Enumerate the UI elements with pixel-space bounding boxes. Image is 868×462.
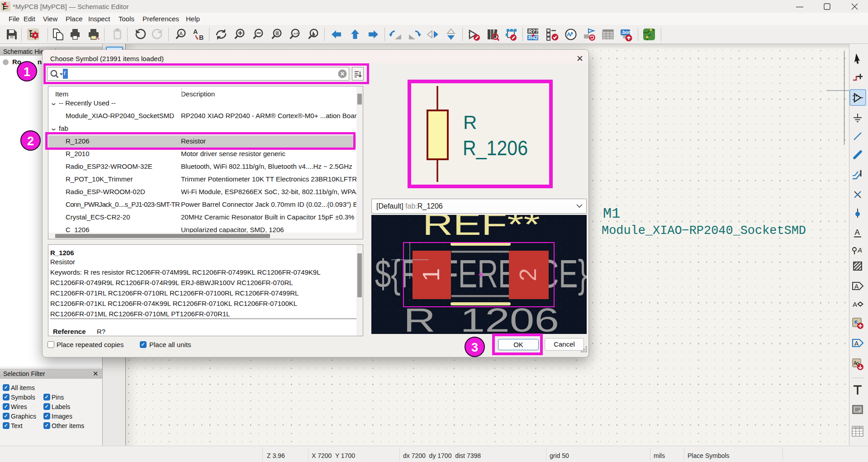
svg-text:A: A xyxy=(854,340,859,347)
svg-text:REF**: REF** xyxy=(422,215,540,241)
svg-text:.bom: .bom xyxy=(621,29,632,35)
svg-text:A: A xyxy=(193,28,198,35)
svg-text:R_1206: R_1206 xyxy=(463,136,528,160)
svg-text:A: A xyxy=(855,228,860,237)
svg-text:1: 1 xyxy=(418,268,444,281)
svg-text:2: 2 xyxy=(515,268,541,281)
svg-text:A: A xyxy=(857,246,862,254)
svg-text:R_1206: R_1206 xyxy=(403,301,559,334)
svg-text:Module_XIAO−RP2040_SocketSMD: Module_XIAO−RP2040_SocketSMD xyxy=(602,224,806,238)
svg-text:B: B xyxy=(199,34,204,41)
svg-text:A: A xyxy=(180,31,183,36)
svg-text:R: R xyxy=(463,112,477,133)
svg-text:A: A xyxy=(854,283,859,290)
svg-text:A: A xyxy=(853,300,857,308)
svg-text:R??: R?? xyxy=(528,29,538,34)
svg-text:M1: M1 xyxy=(603,205,620,222)
